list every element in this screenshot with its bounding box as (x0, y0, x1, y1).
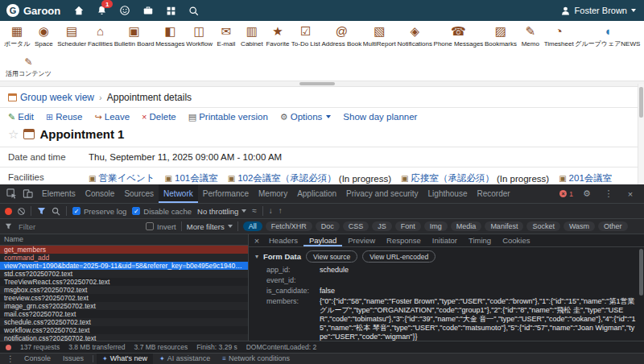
breadcrumb-parent-link[interactable]: Group week view (8, 92, 94, 103)
action-options[interactable]: ⚙Options (280, 112, 332, 122)
network-request-row[interactable]: view?event=1090&bdate=2025-09-11&uid=58&… (0, 262, 248, 270)
devtools-tab-console[interactable]: Console (80, 184, 120, 203)
home-icon[interactable] (73, 5, 85, 16)
appbar-item-portal[interactable]: ▦ポータル (3, 23, 31, 48)
drawer-kebab-menu-icon[interactable]: ⋮ (3, 354, 18, 363)
record-network-log-icon[interactable] (5, 208, 12, 215)
network-request-row[interactable]: treeview.css?20250702.text (0, 294, 248, 302)
facility-link[interactable]: 営業イベント (98, 172, 155, 184)
collapse-triangle-icon[interactable]: ▾ (255, 253, 258, 260)
devtools-tab-performance[interactable]: Performance (198, 184, 254, 203)
details-tab-payload[interactable]: Payload (303, 234, 342, 246)
appbar-item-todo-list[interactable]: ☑To-Do List (291, 23, 321, 48)
network-request-row[interactable]: image_grn.css?20250702.text (0, 302, 248, 310)
appbar-item-bookmarks[interactable]: ▨Bookmarks (484, 23, 518, 48)
details-tab-headers[interactable]: Headers (263, 234, 303, 246)
drawer-tab-console[interactable]: Console (19, 354, 56, 364)
filter-pill-doc[interactable]: Doc (316, 221, 340, 231)
filter-pill-img[interactable]: Img (424, 221, 448, 231)
appbar-item-space[interactable]: ◉Space (31, 23, 56, 48)
export-har-icon[interactable]: ↑ (279, 207, 283, 215)
devtools-tab-network[interactable]: Network (159, 184, 198, 203)
drawer-tab-issues[interactable]: Issues (57, 354, 89, 364)
action-leave[interactable]: ↪Leave (95, 112, 130, 122)
action-delete[interactable]: ×Delete (142, 112, 176, 122)
details-tab-initiator[interactable]: Initiator (427, 234, 463, 246)
appbar-item-email[interactable]: ✉E-mail (213, 23, 239, 48)
preserve-log-checkbox[interactable]: ✓ Preserve log (72, 207, 126, 216)
horizontal-scrollbar-thumb[interactable] (299, 82, 335, 85)
apps-grid-icon[interactable] (166, 6, 176, 16)
facility-link[interactable]: 101会議室 (175, 172, 218, 184)
search-icon[interactable] (188, 6, 199, 16)
filter-pill-all[interactable]: All (243, 221, 262, 231)
devtools-tab-lighthouse[interactable]: Lighthouse (423, 184, 473, 203)
details-scrollbar-thumb[interactable] (639, 249, 643, 296)
network-filter-input[interactable] (17, 221, 141, 232)
vertical-scrollbar-thumb[interactable] (639, 87, 643, 118)
devtools-tab-application[interactable]: Application (292, 184, 341, 203)
inspect-element-icon[interactable] (3, 185, 19, 203)
search-network-icon[interactable] (52, 207, 60, 216)
network-request-row[interactable]: TreeViewReact.css?20250702.text (0, 278, 248, 286)
disable-cache-checkbox[interactable]: ✓ Disable cache (132, 207, 192, 216)
details-tab-preview[interactable]: Preview (342, 234, 381, 246)
vertical-scrollbar[interactable] (638, 84, 644, 184)
action-edit[interactable]: ✎Edit (8, 112, 34, 122)
appbar-item-katsuyo-contents[interactable]: ✎活用コンテンツ (5, 56, 52, 81)
invert-checkbox[interactable]: Invert (146, 222, 176, 231)
appbar-item-scheduler[interactable]: ▤Scheduler (56, 23, 87, 48)
view-source-button[interactable]: View source (306, 250, 357, 263)
appbar-item-timesheet[interactable]: ◔Timesheet (543, 23, 575, 48)
settings-gear-icon[interactable]: ⚙ (579, 185, 595, 203)
appbar-item-groupware-news[interactable]: ◖グループウェアNEWS (575, 23, 641, 48)
garoon-logo[interactable]: G Garoon (6, 4, 60, 17)
action-printable-version[interactable]: ▤Printable version (188, 112, 268, 122)
filter-toggle-icon[interactable] (37, 207, 46, 215)
filter-pill-other[interactable]: Other (598, 221, 628, 231)
appbar-item-favorite[interactable]: ★Favorite (265, 23, 291, 48)
filter-pill-socket[interactable]: Socket (526, 221, 560, 231)
devtools-tab-privacy-and-security[interactable]: Privacy and security (341, 184, 423, 203)
close-devtools-icon[interactable]: × (622, 185, 638, 203)
horizontal-scrollbar[interactable] (0, 81, 644, 87)
briefcase-icon[interactable] (142, 5, 154, 16)
appbar-item-cabinet[interactable]: ▥Cabinet (239, 23, 265, 48)
throttling-select[interactable]: No throttling (197, 207, 246, 216)
user-menu[interactable]: Foster Brown (560, 6, 636, 16)
details-tab-cookies[interactable]: Cookies (497, 234, 535, 246)
clear-network-log-icon[interactable] (18, 208, 25, 215)
emoji-icon[interactable] (119, 5, 130, 16)
facility-link[interactable]: 102会議室（承認必須） (237, 172, 336, 184)
drawer-tab-what-s-new[interactable]: ✦What's new (97, 354, 153, 364)
network-request-row[interactable]: std.css?20250702.text (0, 270, 248, 278)
filter-pill-wasm[interactable]: Wasm (564, 221, 595, 231)
more-filters-dropdown[interactable]: More filters (187, 222, 233, 231)
facility-link[interactable]: 201会議室 (569, 172, 613, 184)
appbar-item-messages[interactable]: ◧Messages (155, 23, 185, 48)
details-tab-response[interactable]: Response (381, 234, 427, 246)
appbar-item-workflow[interactable]: ◫Workflow (185, 23, 213, 48)
filter-pill-fetch-xhr[interactable]: Fetch/XHR (266, 221, 312, 231)
appbar-item-notifications[interactable]: ◈Notifications (397, 23, 433, 48)
action-show-day-planner[interactable]: Show day planner (343, 112, 417, 122)
filter-pill-font[interactable]: Font (395, 221, 421, 231)
facility-link[interactable]: 応接室（承認必須） (411, 172, 494, 184)
appbar-item-address-book[interactable]: @Address Book (321, 23, 362, 48)
drawer-tab-ai-assistance[interactable]: ✦AI assistance (154, 354, 216, 364)
appbar-item-multireport[interactable]: ▧MultiReport (362, 23, 397, 48)
network-request-row[interactable]: workflow.css?20250702.text (0, 326, 248, 334)
drawer-tab-network-conditions[interactable]: ≡Network conditions (217, 354, 295, 364)
network-request-row[interactable]: schedule.css?20250702.text (0, 318, 248, 326)
network-request-row[interactable]: mail.css?20250702.text (0, 310, 248, 318)
devtools-tab-elements[interactable]: Elements (37, 184, 80, 203)
appbar-item-memo[interactable]: ✎Memo (518, 23, 543, 48)
devtools-tab-memory[interactable]: Memory (254, 184, 292, 203)
appbar-item-bulletin-board[interactable]: ▣Bulletin Board (114, 23, 155, 48)
network-request-row[interactable]: get_members (0, 246, 248, 254)
appbar-item-phone-messages[interactable]: ☎Phone Messages (433, 23, 484, 48)
filter-pill-css[interactable]: CSS (343, 221, 369, 231)
appbar-item-facilities[interactable]: ⌂Facilities (87, 23, 114, 48)
device-toolbar-icon[interactable] (19, 185, 35, 203)
devtools-tab-sources[interactable]: Sources (119, 184, 159, 203)
